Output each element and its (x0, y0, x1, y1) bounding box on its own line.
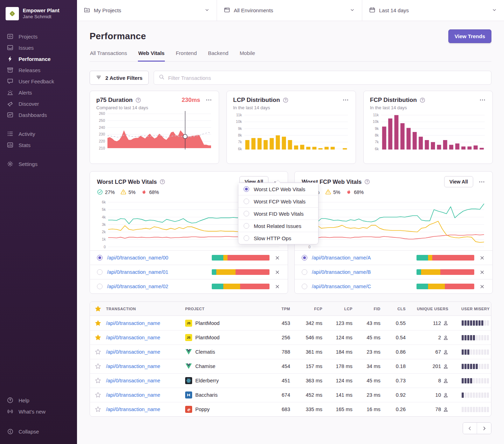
transaction-link[interactable]: /api/0/transaction_name (106, 378, 185, 383)
svg-text:8k: 8k (238, 133, 242, 137)
project-cell[interactable]: Clematis (185, 348, 266, 355)
sidebar-item-dashboards[interactable]: Dashboards (0, 109, 77, 120)
previous-page-button[interactable] (463, 423, 477, 434)
question-icon[interactable] (160, 179, 165, 185)
sidebar-footer: HelpWhat's new (0, 395, 77, 417)
next-page-button[interactable] (477, 423, 491, 434)
star-outline-icon[interactable] (95, 406, 101, 412)
project-cell[interactable]: JSPlantMood (185, 334, 266, 341)
project-cell[interactable]: ePoppy (185, 406, 266, 413)
transaction-link[interactable]: /api/0/transaction_name/00 (107, 255, 207, 261)
column-header-project[interactable]: PROJECT (185, 307, 266, 311)
view-all-button[interactable]: View All (444, 176, 473, 187)
transaction-link[interactable]: /api/0/transaction_name (106, 335, 185, 340)
column-header-fid[interactable]: FID (354, 307, 382, 311)
ellipsis-menu-button[interactable] (479, 96, 486, 104)
tab-frontend[interactable]: Frontend (175, 50, 197, 62)
question-icon[interactable] (283, 97, 288, 103)
star-outline-icon[interactable] (95, 349, 101, 355)
dropdown-option-worst-fid-web-vitals[interactable]: Worst FID Web Vitals (238, 207, 318, 220)
dropdown-option-worst-fcp-web-vitals[interactable]: Worst FCP Web Vitals (238, 195, 318, 207)
discover-icon (7, 100, 13, 107)
column-header-transaction[interactable]: TRANSACTION (106, 307, 185, 311)
project-filter[interactable]: My Projects (77, 0, 217, 21)
sidebar-item-alerts[interactable]: Alerts (0, 87, 77, 98)
transaction-radio[interactable] (302, 269, 307, 275)
svg-text:5k: 5k (102, 207, 106, 211)
active-filters-button[interactable]: 2 Active Filters (90, 71, 149, 85)
sidebar-item-label: Issues (19, 45, 34, 51)
sidebar-item-projects[interactable]: Projects (0, 31, 77, 42)
transaction-link[interactable]: /api/0/transaction_name (106, 407, 185, 412)
star-outline-icon[interactable] (95, 363, 101, 369)
transaction-link[interactable]: /api/0/transaction_name (106, 392, 185, 398)
column-header-tpm[interactable]: TPM (266, 307, 292, 311)
close-icon[interactable] (274, 283, 281, 290)
column-header-unique-users[interactable]: UNIQUE USERS (407, 307, 450, 311)
close-icon[interactable] (274, 255, 281, 261)
tab-web-vitals[interactable]: Web Vitals (138, 50, 165, 62)
environment-filter[interactable]: All Environments (217, 0, 362, 21)
tab-mobile[interactable]: Mobile (239, 50, 255, 62)
dropdown-option-worst-lcp-web-vitals[interactable]: Worst LCP Web Vitals (238, 183, 318, 195)
sidebar-item-help[interactable]: Help (0, 395, 77, 406)
project-cell[interactable]: Elderberry (185, 377, 266, 384)
sidebar-item-stats[interactable]: Stats (0, 139, 77, 151)
view-trends-button[interactable]: View Trends (448, 29, 491, 43)
dropdown-option-most-related-issues[interactable]: Most Related Issues (238, 220, 318, 232)
ellipsis-menu-button[interactable] (205, 96, 212, 104)
project-cell[interactable]: JSPlantMood (185, 320, 266, 327)
project-cell[interactable]: Chamise (185, 363, 266, 370)
column-header-cls[interactable]: CLS (382, 307, 407, 311)
ellipsis-menu-button[interactable] (478, 178, 485, 186)
transaction-link[interactable]: /api/0/transaction_name/B (312, 269, 412, 275)
transaction-link[interactable]: /api/0/transaction_name/01 (107, 269, 207, 275)
transaction-radio[interactable] (97, 255, 103, 261)
date-filter[interactable]: Last 14 days (362, 0, 504, 21)
star-filled-icon[interactable] (95, 334, 101, 341)
question-icon[interactable] (364, 179, 370, 185)
close-icon[interactable] (479, 255, 485, 261)
transaction-radio[interactable] (97, 284, 103, 289)
star-outline-icon[interactable] (95, 377, 101, 384)
close-icon[interactable] (479, 283, 485, 290)
fcp-value: 452 ms (292, 392, 324, 398)
transaction-radio[interactable] (97, 269, 103, 275)
transaction-link[interactable]: /api/0/transaction_name (106, 349, 185, 355)
sidebar-item-performance[interactable]: Performance (0, 53, 77, 64)
transaction-link[interactable]: /api/0/transaction_name (106, 363, 185, 369)
question-icon[interactable] (420, 97, 425, 103)
tab-all-transactions[interactable]: All Transactions (90, 50, 127, 62)
transaction-link[interactable]: /api/0/transaction_name/02 (107, 284, 207, 289)
table-row: /api/0/transaction_nameJSPlantMood453342… (90, 316, 491, 330)
question-icon[interactable] (135, 97, 141, 103)
svg-text:2k: 2k (102, 230, 106, 234)
transaction-radio[interactable] (302, 284, 307, 289)
star-filled-icon[interactable] (95, 320, 101, 326)
sidebar-item-activity[interactable]: Activity (0, 128, 77, 139)
close-icon[interactable] (479, 269, 485, 276)
sidebar-item-user-feedback[interactable]: User Feedback (0, 76, 77, 87)
tab-backend[interactable]: Backend (208, 50, 229, 62)
ellipsis-menu-button[interactable] (342, 96, 349, 104)
project-cell[interactable]: Baccharis (185, 391, 266, 398)
transaction-link[interactable]: /api/0/transaction_name (106, 320, 185, 326)
transaction-radio[interactable] (302, 255, 307, 261)
column-header-user-misery[interactable]: USER MISERY (450, 307, 491, 311)
sidebar-collapse[interactable]: Collapse (0, 426, 77, 437)
org-switcher[interactable]: Empower Plant Jane Schmidt (0, 5, 77, 31)
sidebar-item-what-s-new[interactable]: What's new (0, 406, 77, 417)
star-outline-icon[interactable] (95, 392, 101, 398)
close-icon[interactable] (274, 269, 281, 276)
transaction-link[interactable]: /api/0/transaction_name/C (312, 284, 412, 289)
sidebar-item-settings[interactable]: Settings (0, 158, 77, 169)
column-header-fcp[interactable]: FCP (292, 307, 324, 311)
sidebar-item-releases[interactable]: Releases (0, 64, 77, 76)
column-header-lcp[interactable]: LCP (324, 307, 354, 311)
sidebar-item-discover[interactable]: Discover (0, 98, 77, 109)
dropdown-option-slow-http-ops[interactable]: Slow HTTP Ops (238, 232, 318, 244)
sidebar-item-issues[interactable]: Issues (0, 42, 77, 53)
star-filled-icon[interactable] (95, 306, 101, 312)
transaction-link[interactable]: /api/0/transaction_name/A (312, 255, 412, 261)
search-input[interactable] (168, 75, 486, 81)
